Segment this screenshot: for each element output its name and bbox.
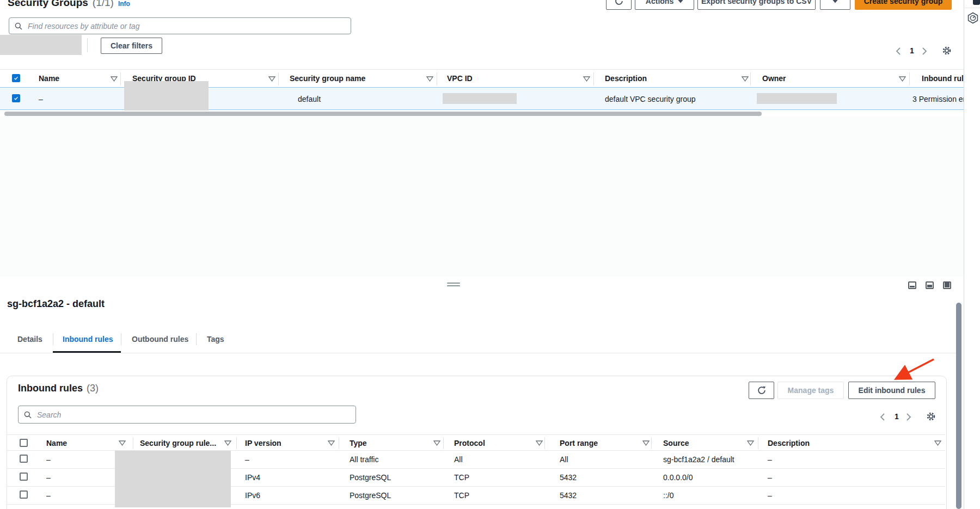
tabs-bottom-border [0,353,956,353]
rail-divider [965,8,980,8]
col-description[interactable]: Description [768,439,810,447]
rail-top-icon[interactable] [973,0,980,5]
cell-source: 0.0.0.0/0 [663,473,693,482]
check-icon [13,95,19,101]
col-ip-version[interactable]: IP version [245,439,281,447]
actions-button[interactable]: Actions [635,0,694,10]
filter-icon[interactable] [747,440,754,446]
export-csv-caret-button[interactable] [820,0,850,10]
row-checkbox[interactable] [20,455,28,463]
col-protocol[interactable]: Protocol [454,439,485,447]
col-divider [120,72,121,85]
page-number[interactable]: 1 [910,46,914,55]
cell-port-range: 5432 [560,491,577,500]
inbound-rules-header: Inbound rules (3) [18,383,99,394]
row-checkbox[interactable] [12,94,20,102]
export-csv-button[interactable]: Export security groups to CSV [697,0,816,10]
filter-icon[interactable] [642,440,650,446]
previous-page-icon[interactable] [880,413,885,421]
col-inbound-rules-count[interactable]: Inbound rules c [922,74,964,83]
cell-name: – [46,491,51,500]
col-sg-name[interactable]: Security group name [290,74,365,83]
table-settings-icon[interactable] [926,412,936,421]
col-vpc-id[interactable]: VPC ID [447,74,473,83]
tab-divider [121,333,121,345]
refresh-button[interactable] [606,0,632,10]
col-divider [437,72,437,85]
col-description[interactable]: Description [605,74,647,83]
col-owner[interactable]: Owner [762,74,786,83]
filter-icon[interactable] [583,76,590,82]
col-type[interactable]: Type [350,439,367,447]
clear-filters-label: Clear filters [111,41,152,50]
caret-down-icon [678,0,683,3]
next-page-icon[interactable] [922,47,927,55]
row-checkbox[interactable] [20,490,28,499]
filter-icon[interactable] [899,76,906,82]
manage-tags-button[interactable]: Manage tags [777,382,844,399]
select-all-checkbox[interactable] [20,439,28,447]
col-port-range[interactable]: Port range [560,439,598,447]
tab-inbound-rules[interactable]: Inbound rules [63,335,113,344]
filter-icon[interactable] [224,440,231,446]
refresh-icon [615,0,623,5]
filter-icon[interactable] [742,76,749,82]
cell-vpc-id-redacted [443,93,517,104]
col-name[interactable]: Name [46,439,67,447]
clear-filters-button[interactable]: Clear filters [101,38,162,54]
select-all-checkbox[interactable] [12,74,20,82]
filter-icon[interactable] [111,76,118,82]
filter-icon[interactable] [268,76,275,82]
caret-down-icon [832,0,838,3]
inbound-search-input[interactable] [36,410,350,420]
split-panel-drag-handle[interactable] [447,285,460,286]
page-number[interactable]: 1 [895,412,899,421]
filter-icon[interactable] [433,440,440,446]
cell-description: – [768,491,772,500]
info-link[interactable]: Info [118,0,130,8]
col-divider [236,437,237,449]
tab-outbound-rules[interactable]: Outbound rules [132,335,188,344]
filter-icon[interactable] [934,440,941,446]
actions-label: Actions [646,0,673,5]
table-settings-icon[interactable] [942,46,952,56]
create-security-group-button[interactable]: Create security group [855,0,952,10]
tab-tags[interactable]: Tags [207,335,224,344]
filter-icon[interactable] [119,440,126,446]
right-tool-rail [964,0,980,509]
hexagon-clock-icon[interactable] [967,12,979,24]
cell-protocol: TCP [454,491,469,500]
col-divider [909,72,910,85]
panel-size-small-icon[interactable] [908,281,916,289]
table-top-border [7,434,945,435]
empty-region [0,116,964,277]
filter-icon[interactable] [536,440,543,446]
previous-page-icon[interactable] [896,47,901,55]
cell-ip-version: IPv6 [245,491,260,500]
tab-details[interactable]: Details [17,335,42,344]
panel-size-large-icon[interactable] [943,281,951,289]
col-source[interactable]: Source [663,439,689,447]
filter-icon[interactable] [426,76,433,82]
split-panel-drag-handle[interactable] [447,283,460,284]
inbound-search-box [18,406,356,424]
panel-size-medium-icon[interactable] [926,281,934,289]
filter-icon[interactable] [328,440,335,446]
tab-divider [53,333,53,345]
vertical-scrollbar[interactable] [956,303,961,509]
cell-ip-version: IPv4 [245,473,260,482]
col-sg-rule-id[interactable]: Security group rule... [140,439,216,447]
col-divider [443,437,444,449]
col-divider [593,72,594,85]
search-icon [24,411,32,419]
page-title: Security Groups [8,0,88,9]
cell-sg-name: default [298,95,321,103]
horizontal-scrollbar[interactable] [4,112,762,116]
col-name[interactable]: Name [39,74,59,83]
inbound-refresh-button[interactable] [749,382,774,399]
resource-search-input[interactable] [27,21,345,31]
check-icon [13,75,19,81]
filter-divider [87,38,88,52]
next-page-icon[interactable] [906,413,911,421]
row-checkbox[interactable] [20,473,28,481]
